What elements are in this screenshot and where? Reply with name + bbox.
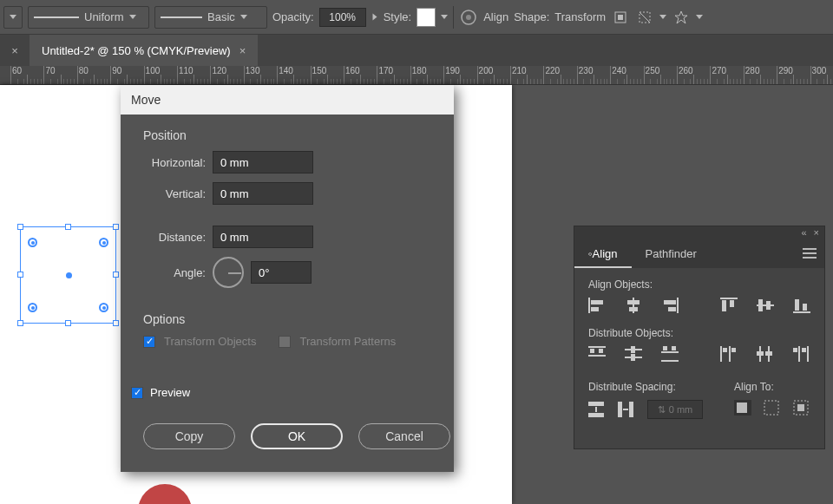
horizontal-label: Horizontal: — [143, 156, 206, 169]
style-swatch[interactable] — [416, 8, 436, 27]
handle-n[interactable] — [65, 224, 71, 230]
canvas-area: Move Position Horizontal: Vertical: Dist… — [0, 85, 833, 504]
line-icon — [161, 16, 202, 18]
transform-patterns-label: Transform Patterns — [299, 335, 396, 348]
close-icon[interactable]: × — [239, 44, 246, 57]
chevron-down-icon — [10, 15, 16, 19]
align-to-label: Align To: — [734, 381, 810, 393]
align-right-icon[interactable] — [661, 298, 679, 313]
align-panel: « × ◦ Align Pathfinder Align Objects: — [574, 226, 825, 449]
handle-nw[interactable] — [17, 224, 23, 230]
spacing-input[interactable]: ⇅0 mm — [647, 400, 703, 419]
align-hcenter-icon[interactable] — [625, 298, 642, 313]
align-vcenter-icon[interactable] — [757, 298, 774, 313]
align-left-icon[interactable] — [588, 298, 606, 313]
panel-tab-bar: ◦ Align Pathfinder — [574, 239, 824, 268]
handle-sw[interactable] — [17, 320, 23, 326]
horizontal-ruler: 6070809010011012013014015016017018019020… — [0, 66, 833, 85]
vertical-input[interactable] — [213, 182, 313, 205]
distribute-hcenter-icon[interactable] — [757, 346, 774, 362]
svg-point-1 — [466, 15, 471, 20]
handle-se[interactable] — [113, 320, 119, 326]
stroke-color-dropdown[interactable] — [3, 6, 23, 29]
close-icon[interactable]: × — [814, 227, 819, 238]
align-to-key-icon[interactable] — [793, 400, 810, 416]
chevron-down-icon[interactable] — [696, 15, 703, 19]
preview-checkbox[interactable]: ✓ — [131, 387, 143, 399]
angle-input[interactable] — [251, 261, 312, 284]
transform-objects-label: Transform Objects — [164, 335, 256, 348]
transform-objects-checkbox[interactable]: ✓ — [143, 336, 155, 348]
distribute-bottom-icon[interactable] — [661, 346, 679, 362]
recolor-icon[interactable] — [459, 8, 478, 27]
anchor-point[interactable] — [99, 303, 108, 312]
handle-ne[interactable] — [113, 224, 119, 230]
distribute-vcenter-icon[interactable] — [625, 346, 642, 362]
chevron-down-icon[interactable] — [659, 15, 666, 19]
panel-menu-icon[interactable] — [795, 239, 824, 268]
transform-label[interactable]: Transform — [554, 10, 606, 23]
svg-rect-3 — [618, 15, 623, 20]
divider — [453, 6, 454, 29]
chevron-down-icon — [129, 15, 136, 19]
align-bottom-icon[interactable] — [793, 298, 810, 313]
svg-rect-5 — [764, 401, 778, 415]
handle-w[interactable] — [17, 272, 23, 278]
tab-align[interactable]: ◦ Align — [574, 239, 632, 268]
distance-input[interactable] — [213, 226, 313, 248]
edit-clip-icon[interactable] — [635, 8, 654, 27]
document-tab[interactable]: Untitled-2* @ 150 % (CMYK/Preview) × — [30, 35, 258, 66]
cancel-button[interactable]: Cancel — [358, 423, 450, 449]
angle-label: Angle: — [143, 266, 206, 279]
prev-tab-close-icon[interactable]: × — [0, 35, 30, 66]
copy-button[interactable]: Copy — [143, 423, 235, 449]
distribute-top-icon[interactable] — [588, 346, 606, 362]
ok-button[interactable]: OK — [251, 423, 343, 449]
options-section-label: Options — [143, 312, 436, 326]
style-label: Style: — [384, 10, 412, 23]
vertical-label: Vertical: — [143, 187, 206, 200]
preview-label: Preview — [150, 386, 190, 399]
opacity-label: Opacity: — [272, 10, 314, 23]
spacing-value: 0 mm — [669, 404, 693, 415]
move-dialog: Move Position Horizontal: Vertical: Dist… — [121, 85, 454, 472]
chevron-right-icon[interactable] — [372, 14, 377, 21]
distribute-v-spacing-icon[interactable] — [588, 402, 606, 417]
distance-label: Distance: — [143, 231, 206, 244]
selection-box[interactable] — [20, 226, 116, 324]
document-tab-title: Untitled-2* @ 150 % (CMYK/Preview) — [42, 44, 231, 57]
horizontal-input[interactable] — [213, 151, 313, 173]
stroke-profile-dropdown[interactable]: Uniform — [28, 6, 149, 29]
top-toolbar: Uniform Basic Opacity: 100% Style: Align… — [0, 0, 833, 35]
distribute-left-icon[interactable] — [720, 346, 738, 362]
chevron-down-icon[interactable] — [441, 15, 448, 19]
handle-e[interactable] — [113, 272, 119, 278]
anchor-point[interactable] — [99, 238, 108, 247]
document-tab-bar: × Untitled-2* @ 150 % (CMYK/Preview) × — [0, 35, 833, 66]
align-to-artboard-icon[interactable] — [734, 400, 751, 416]
distribute-spacing-label: Distribute Spacing: — [588, 381, 703, 393]
isolate-group-icon[interactable] — [611, 8, 630, 27]
svg-rect-7 — [797, 404, 804, 411]
effects-icon[interactable] — [672, 8, 691, 27]
transform-patterns-checkbox[interactable] — [279, 336, 291, 348]
angle-indicator — [228, 272, 241, 274]
tab-pathfinder[interactable]: Pathfinder — [632, 239, 711, 268]
chevron-down-icon — [240, 15, 247, 19]
anchor-point[interactable] — [28, 238, 37, 247]
brush-profile-dropdown[interactable]: Basic — [154, 6, 267, 29]
align-label[interactable]: Align — [483, 10, 508, 23]
panel-header[interactable]: « × — [574, 226, 824, 239]
opacity-input[interactable]: 100% — [319, 8, 366, 27]
align-to-selection-icon[interactable] — [764, 400, 781, 416]
distribute-h-spacing-icon[interactable] — [618, 402, 635, 417]
anchor-point[interactable] — [28, 303, 37, 312]
align-top-icon[interactable] — [720, 298, 738, 313]
collapse-icon[interactable]: « — [801, 227, 806, 238]
handle-s[interactable] — [65, 320, 71, 326]
angle-wheel[interactable] — [213, 257, 244, 288]
center-point[interactable] — [66, 272, 72, 278]
brush-profile-label: Basic — [207, 10, 235, 23]
dialog-title[interactable]: Move — [121, 85, 454, 115]
distribute-right-icon[interactable] — [793, 346, 810, 362]
